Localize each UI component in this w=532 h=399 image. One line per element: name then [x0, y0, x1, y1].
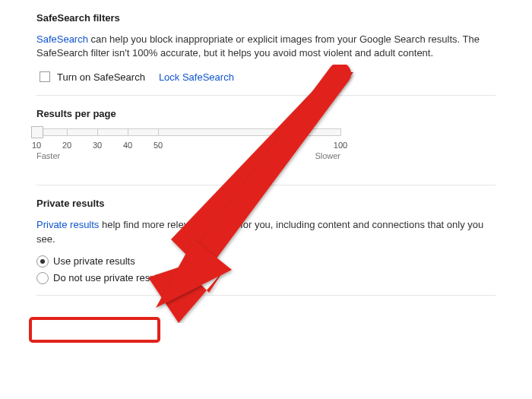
results-per-page-heading: Results per page — [36, 108, 496, 119]
slider-label: 10 — [32, 141, 41, 150]
private-results-section: Private results Private results help fin… — [0, 185, 532, 295]
slider-label: 50 — [154, 141, 163, 150]
slider-tick — [128, 128, 128, 136]
safesearch-section: SafeSearch filters SafeSearch can help y… — [0, 0, 532, 96]
slider-label: 100 — [334, 141, 347, 150]
safesearch-description: SafeSearch can help you block inappropri… — [36, 33, 496, 60]
results-per-page-slider[interactable]: 10 20 30 40 50 100 Faster Slower — [36, 128, 340, 162]
slider-label: 40 — [123, 141, 132, 150]
safesearch-checkbox[interactable]: Turn on SafeSearch — [36, 69, 145, 84]
safesearch-checkbox-input[interactable] — [40, 71, 50, 82]
slider-label: 20 — [62, 141, 71, 150]
results-per-page-section: Results per page 10 20 30 40 50 100 Fast… — [0, 96, 532, 185]
slider-handle[interactable] — [31, 126, 43, 138]
slider-slower-label: Slower — [315, 151, 340, 160]
private-results-desc-text: help find more relevant content for you,… — [36, 219, 483, 244]
lock-safesearch-link[interactable]: Lock SafeSearch — [159, 71, 234, 83]
slider-faster-label: Faster — [36, 151, 60, 160]
section-divider — [36, 295, 496, 296]
private-results-heading: Private results — [36, 198, 496, 209]
slider-label: 30 — [93, 141, 102, 150]
radio-icon — [36, 272, 49, 284]
radio-do-not-use-private-results[interactable]: Do not use private results — [36, 272, 496, 284]
radio-use-private-results[interactable]: Use private results — [36, 255, 496, 268]
safesearch-link[interactable]: SafeSearch — [36, 33, 88, 45]
safesearch-desc-text: can help you block inappropriate or expl… — [36, 33, 480, 59]
safesearch-heading: SafeSearch filters — [36, 12, 496, 24]
radio-label: Do not use private results — [53, 272, 165, 283]
radio-label: Use private results — [53, 255, 135, 267]
slider-tick — [67, 128, 68, 136]
annotation-highlight-box — [29, 317, 160, 343]
slider-tick — [340, 128, 341, 136]
slider-tick — [158, 128, 159, 136]
safesearch-checkbox-label: Turn on SafeSearch — [57, 71, 145, 83]
radio-icon — [36, 255, 49, 268]
safesearch-controls: Turn on SafeSearch Lock SafeSearch — [36, 69, 496, 84]
private-results-description: Private results help find more relevant … — [36, 218, 496, 245]
slider-track — [36, 128, 340, 136]
slider-labels: 10 20 30 40 50 100 Faster Slower — [36, 141, 340, 162]
private-results-link[interactable]: Private results — [36, 219, 99, 230]
slider-tick — [97, 128, 98, 136]
